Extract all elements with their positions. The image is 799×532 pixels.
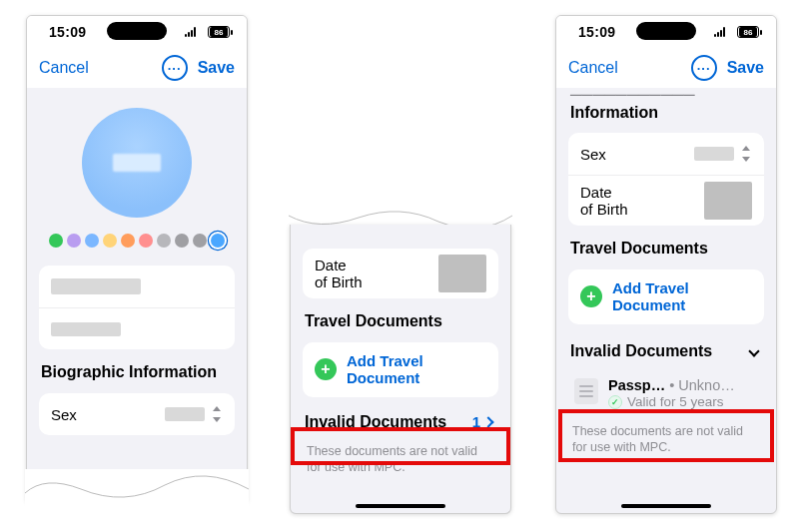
plus-icon: +: [315, 358, 337, 380]
swatch[interactable]: [157, 234, 171, 248]
redacted-value: [165, 407, 205, 421]
profile-avatar[interactable]: [82, 108, 192, 218]
invalid-documents-toggle[interactable]: Invalid Documents: [568, 334, 764, 368]
redacted-text: [51, 278, 141, 294]
save-button[interactable]: Save: [727, 59, 764, 77]
battery-icon: 86: [737, 26, 762, 38]
add-travel-document-row[interactable]: + Add Travel Document: [568, 269, 764, 324]
status-bar: 15:09 86: [27, 16, 247, 48]
invalid-documents-footnote: These documents are not valid for use wi…: [303, 439, 498, 490]
redacted-value: [694, 147, 734, 161]
sex-row[interactable]: Sex: [39, 393, 235, 435]
section-title-biographic-cut: ─────────── Information: [570, 86, 764, 121]
invalid-documents-title: Invalid Documents: [570, 342, 712, 360]
name-card: [39, 266, 235, 349]
swatch[interactable]: [139, 234, 153, 248]
name-row-2[interactable]: [39, 307, 235, 349]
avatar-redacted: [113, 154, 161, 172]
travel-docs-card: + Add Travel Document: [568, 269, 764, 324]
cancel-button[interactable]: Cancel: [568, 59, 618, 77]
swatch[interactable]: [85, 234, 99, 248]
add-travel-label-l2: Document: [612, 296, 689, 313]
section-title-biographic: Biographic Information: [41, 363, 235, 381]
torn-edge-bottom: [25, 469, 249, 515]
avatar-color-swatches: [49, 234, 225, 248]
phone-screen-2: Date of Birth Travel Documents + Add Tra…: [290, 225, 511, 514]
chevron-down-icon: [748, 345, 759, 356]
dynamic-island: [636, 22, 696, 40]
section-title-travel: Travel Documents: [570, 240, 764, 258]
redacted-text: [51, 322, 121, 336]
status-time: 15:09: [49, 24, 86, 40]
status-indicators: 86: [185, 24, 233, 40]
swatch[interactable]: [121, 234, 135, 248]
invalid-documents-footnote: These documents are not valid for use wi…: [568, 419, 764, 470]
biographic-card: Sex: [39, 393, 235, 435]
redacted-value: [704, 182, 752, 220]
battery-icon: 86: [208, 26, 233, 38]
status-bar: 15:09 86: [556, 16, 776, 48]
swatch[interactable]: [67, 234, 81, 248]
phone-screen-3: 15:09 86 Cancel ··· Save ─────────: [555, 15, 777, 514]
swatch[interactable]: [175, 234, 189, 248]
dob-card: Date of Birth: [303, 249, 498, 298]
checkmark-icon: ✓: [608, 395, 622, 409]
sex-label: Sex: [51, 406, 77, 423]
more-menu-button[interactable]: ···: [691, 55, 717, 81]
biographic-card: Sex Date of Birth: [568, 133, 764, 226]
travel-docs-card: + Add Travel Document: [303, 342, 498, 397]
add-travel-label-l2: Document: [347, 369, 423, 386]
nav-bar: Cancel ··· Save: [27, 48, 247, 88]
home-indicator: [621, 504, 711, 508]
invalid-documents-toggle[interactable]: Invalid Documents 1: [303, 405, 498, 439]
dob-row[interactable]: Date of Birth: [303, 249, 498, 298]
add-travel-document-row[interactable]: + Add Travel Document: [303, 342, 498, 397]
swatch[interactable]: [103, 234, 117, 248]
name-row-1[interactable]: [39, 266, 235, 307]
document-validity: Valid for 5 years: [627, 394, 724, 411]
document-subtitle: Unkno…: [678, 376, 734, 394]
status-indicators: 86: [714, 24, 762, 40]
dob-label: Date of Birth: [580, 184, 628, 218]
home-indicator: [356, 504, 445, 508]
select-arrows-icon: [740, 145, 752, 163]
swatch[interactable]: [49, 234, 63, 248]
swatch[interactable]: [193, 234, 207, 248]
document-name: Passp…: [608, 376, 665, 394]
invalid-documents-title: Invalid Documents: [305, 413, 446, 431]
cellular-signal-icon: [714, 27, 729, 37]
dynamic-island: [107, 22, 167, 40]
plus-icon: +: [580, 285, 602, 307]
phone-screen-1: 15:09 86 Cancel ··· Save: [26, 15, 248, 504]
status-time: 15:09: [578, 24, 615, 40]
sex-row[interactable]: Sex: [568, 133, 764, 175]
invalid-documents-count: 1: [472, 413, 480, 430]
sex-label: Sex: [580, 146, 606, 163]
add-travel-label-l1: Add Travel: [612, 279, 689, 296]
nav-bar: Cancel ··· Save: [556, 48, 776, 88]
add-travel-label-l1: Add Travel: [347, 352, 423, 369]
save-button[interactable]: Save: [198, 59, 235, 77]
document-icon: [574, 378, 598, 404]
bullet-separator-icon: •: [669, 376, 674, 394]
cellular-signal-icon: [185, 27, 200, 37]
redacted-value: [438, 255, 486, 292]
section-title-travel: Travel Documents: [305, 312, 498, 330]
dob-row[interactable]: Date of Birth: [568, 175, 764, 226]
dob-label: Date of Birth: [315, 257, 363, 290]
swatch-selected[interactable]: [211, 234, 225, 248]
profile-avatar-section: [39, 98, 235, 254]
invalid-document-row[interactable]: Passp… • Unkno… ✓ Valid for 5 years: [568, 368, 764, 419]
more-menu-button[interactable]: ···: [162, 55, 188, 81]
chevron-right-icon: [482, 416, 493, 427]
select-arrows-icon: [211, 405, 223, 423]
cancel-button[interactable]: Cancel: [39, 59, 89, 77]
